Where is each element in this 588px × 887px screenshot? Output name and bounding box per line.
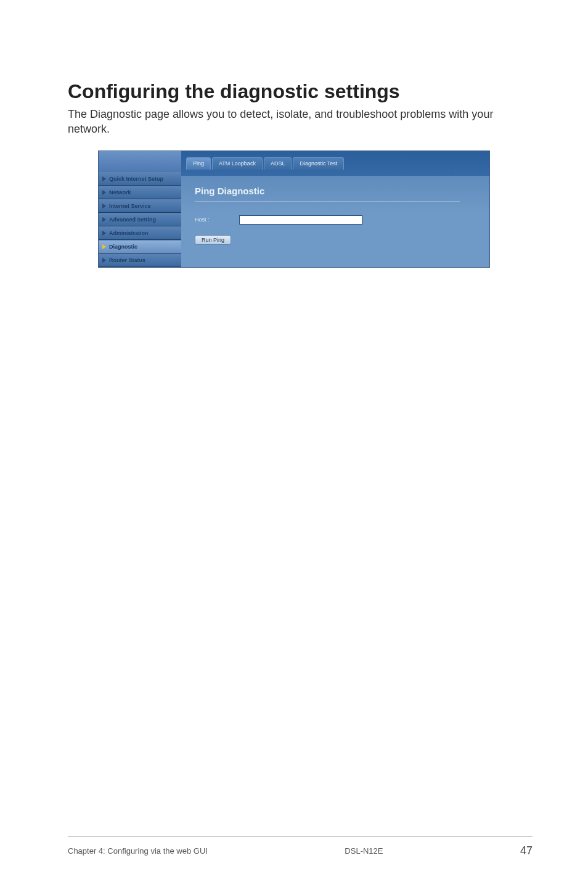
sidebar-item-label: Diagnostic (109, 244, 137, 250)
tab-atm-loopback[interactable]: ATM Loopback (212, 157, 263, 170)
host-row: Host : (195, 215, 476, 225)
host-input[interactable] (239, 215, 362, 225)
router-sidebar: Quick Internet Setup Network Internet Se… (99, 151, 181, 267)
triangle-icon (102, 204, 106, 208)
tab-ping[interactable]: Ping (186, 157, 211, 170)
section-title: Ping Diagnostic (195, 186, 476, 196)
tab-adsl[interactable]: ADSL (264, 157, 292, 170)
tab-label: ADSL (271, 160, 285, 167)
sidebar-item-router-status[interactable]: Router Status (99, 254, 181, 267)
run-ping-button[interactable]: Run Ping (195, 235, 231, 245)
sidebar-item-label: Router Status (109, 257, 145, 263)
divider (195, 201, 460, 202)
sidebar-item-internet-service[interactable]: Internet Service (99, 199, 181, 213)
triangle-icon (102, 190, 106, 195)
panel-body: Ping Diagnostic Host : Run Ping (181, 176, 489, 267)
sidebar-item-label: Quick Internet Setup (109, 176, 163, 182)
page-footer: Chapter 4: Configuring via the web GUI D… (68, 836, 533, 857)
tab-diagnostic-test[interactable]: Diagnostic Test (293, 157, 344, 170)
triangle-icon (102, 244, 106, 249)
sidebar-item-advanced-setting[interactable]: Advanced Setting (99, 213, 181, 226)
footer-divider (68, 836, 533, 837)
sidebar-item-diagnostic[interactable]: Diagnostic (99, 240, 181, 254)
sidebar-item-label: Advanced Setting (109, 217, 156, 223)
footer-model: DSL-N12E (345, 846, 383, 856)
sidebar-item-label: Administration (109, 230, 149, 236)
sidebar-item-administration[interactable]: Administration (99, 226, 181, 240)
page-title: Configuring the diagnostic settings (68, 80, 520, 103)
host-label: Host : (195, 217, 228, 223)
footer-chapter: Chapter 4: Configuring via the web GUI (68, 846, 208, 856)
triangle-icon (102, 217, 106, 222)
tab-label: Ping (193, 160, 204, 167)
sidebar-item-label: Network (109, 189, 131, 196)
sidebar-header-spacer (99, 151, 181, 172)
router-admin-screenshot: Quick Internet Setup Network Internet Se… (98, 151, 490, 268)
tab-label: ATM Loopback (219, 160, 256, 167)
sidebar-item-network[interactable]: Network (99, 186, 181, 199)
tabs-row: Ping ATM Loopback ADSL Diagnostic Test (181, 151, 489, 176)
sidebar-item-quick-internet-setup[interactable]: Quick Internet Setup (99, 172, 181, 186)
triangle-icon (102, 231, 106, 236)
page-description: The Diagnostic page allows you to detect… (68, 107, 520, 137)
sidebar-item-label: Internet Service (109, 203, 151, 209)
triangle-icon (102, 176, 106, 181)
footer-page-number: 47 (520, 844, 533, 857)
triangle-icon (102, 258, 106, 263)
tab-label: Diagnostic Test (300, 160, 337, 167)
router-main-panel: Ping ATM Loopback ADSL Diagnostic Test P… (181, 151, 489, 267)
